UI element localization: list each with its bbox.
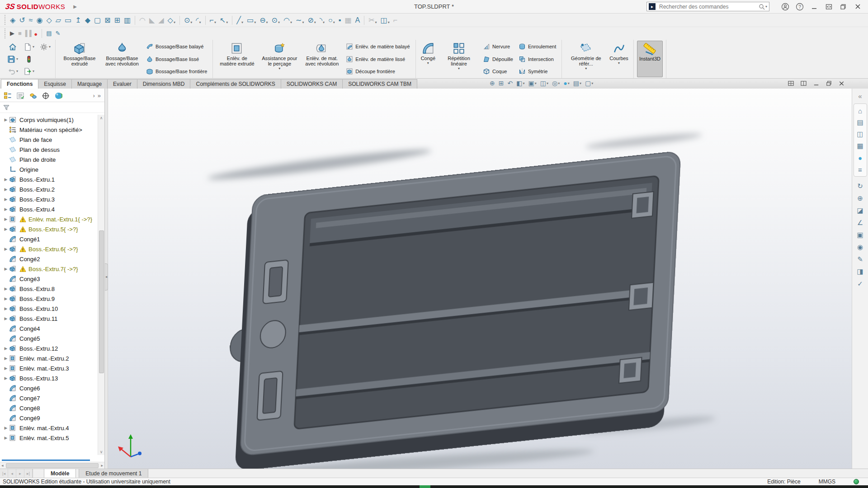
ribbon-button-enl-v-de-mati-re-liss[interactable]: Enlèv. de matière lissé bbox=[344, 55, 411, 63]
dropdown-caret-icon[interactable]: ▾ bbox=[618, 61, 620, 65]
ribbon-button-r-p-tition-lin-aire[interactable]: Répétition linéaire▾ bbox=[438, 41, 480, 77]
corner-rectangle-icon[interactable]: ⌐▾ bbox=[208, 15, 217, 25]
tab-solidworks-cam[interactable]: SOLIDWORKS CAM bbox=[281, 79, 343, 89]
tree-item[interactable]: Plan de face bbox=[0, 135, 104, 145]
edit-macro-icon[interactable]: ✎ bbox=[54, 28, 61, 38]
filter-funnel-icon[interactable] bbox=[3, 104, 10, 111]
toolbar-grip[interactable] bbox=[4, 28, 6, 38]
tab-marquage[interactable]: Marquage bbox=[71, 79, 108, 89]
dropdown-caret-icon[interactable]: ▾ bbox=[290, 20, 292, 24]
run-macro-icon[interactable]: ▶ bbox=[9, 28, 16, 38]
ribbon-button-assistance-pour-le-per-age[interactable]: Assistance pour le perçage▾ bbox=[259, 41, 300, 77]
panel-tab-configurationmanager[interactable] bbox=[29, 92, 37, 100]
rib-icon[interactable]: ▥ bbox=[123, 15, 132, 25]
straight-slot-icon[interactable]: ⊖▾ bbox=[258, 15, 269, 25]
dropdown-caret-icon[interactable]: ▾ bbox=[333, 20, 335, 24]
dropdown-caret-icon[interactable]: ▾ bbox=[427, 61, 429, 65]
dropdown-caret-icon[interactable]: ▾ bbox=[375, 20, 377, 24]
panel-collapse-handle[interactable]: ◂ bbox=[104, 263, 108, 291]
tree-item[interactable]: Matériau <non spécifié> bbox=[0, 125, 104, 135]
tree-item[interactable]: Congé8 bbox=[0, 403, 104, 413]
ribbon-button-courbes[interactable]: Courbes▾ bbox=[608, 41, 630, 77]
save-button[interactable]: ▾ bbox=[5, 53, 21, 65]
span-displays-button[interactable] bbox=[822, 1, 835, 12]
collapse-taskpane-icon[interactable]: « bbox=[854, 90, 866, 101]
scrollbar-thumb[interactable] bbox=[99, 230, 104, 373]
planar-surface-icon[interactable]: ▭ bbox=[63, 15, 73, 25]
expand-arrow-icon[interactable]: ▶ bbox=[3, 117, 9, 122]
dropdown-caret-icon[interactable]: ▾ bbox=[226, 20, 228, 24]
tab-scroll-button-1[interactable]: |◂ bbox=[0, 469, 8, 478]
dropdown-caret-icon[interactable]: ▾ bbox=[591, 81, 593, 85]
surface-icon[interactable]: ▱ bbox=[54, 15, 62, 25]
tab-solidworks-cam-tbm[interactable]: SOLIDWORKS CAM TBM bbox=[342, 79, 417, 89]
dropdown-caret-icon[interactable]: ▾ bbox=[388, 20, 390, 24]
panel-tab-displaymanager[interactable] bbox=[54, 92, 62, 100]
stop-macro-icon[interactable]: ■ bbox=[17, 28, 23, 38]
tree-item[interactable]: Congé4 bbox=[0, 324, 104, 333]
reference-point-icon[interactable]: ⊙▾ bbox=[183, 15, 193, 25]
expand-arrow-icon[interactable]: ▶ bbox=[3, 197, 9, 202]
tree-item[interactable]: ▶Boss.-Extru.2 bbox=[0, 184, 104, 194]
tree-item[interactable]: ▶Boss.-Extru.1 bbox=[0, 174, 104, 184]
offset-entities-icon[interactable]: ⌐ bbox=[392, 15, 399, 25]
record-pause-macro-icon[interactable]: ▌▌● bbox=[24, 28, 39, 38]
tree-item[interactable]: Congé1 bbox=[0, 234, 104, 244]
custom-properties-icon[interactable]: ≡ bbox=[854, 164, 866, 175]
chevron-icon[interactable]: › bbox=[93, 92, 94, 99]
rotate-view-icon[interactable]: ↺ bbox=[18, 15, 26, 25]
doc-close-button[interactable] bbox=[836, 80, 846, 87]
scroll-left-icon[interactable]: ◂ bbox=[0, 463, 5, 468]
doc-restore-button[interactable] bbox=[824, 80, 834, 87]
tree-item[interactable]: ▶Boss.-Extru.8 bbox=[0, 284, 104, 294]
appearances-scenes-icon[interactable]: ● bbox=[854, 152, 866, 163]
toolbar-grip[interactable] bbox=[4, 15, 6, 25]
view-palette-icon[interactable]: ▦ bbox=[854, 141, 866, 151]
dropdown-caret-icon[interactable]: ▾ bbox=[190, 20, 192, 24]
scrollbar-thumb[interactable] bbox=[6, 463, 99, 468]
dropdown-caret-icon[interactable]: ▾ bbox=[535, 81, 537, 85]
model-tab-etude-de-mouvement-1[interactable]: Etude de mouvement 1 bbox=[79, 469, 148, 478]
text-sketch-icon[interactable]: A bbox=[354, 15, 362, 25]
dropdown-caret-icon[interactable]: ▾ bbox=[33, 69, 34, 73]
draft-icon[interactable]: ◢ bbox=[157, 15, 165, 25]
compare-icon[interactable]: ◨ bbox=[854, 266, 866, 277]
doc-split-quad-button[interactable] bbox=[786, 80, 796, 87]
dropdown-caret-icon[interactable]: ▾ bbox=[16, 57, 18, 61]
search-scope-caret-icon[interactable]: ▾ bbox=[765, 5, 767, 9]
measure-tool-icon[interactable]: ∠ bbox=[854, 217, 866, 228]
rebuild-button[interactable] bbox=[21, 53, 37, 65]
move-copy-body-icon[interactable]: ⊞ bbox=[113, 15, 121, 25]
dropdown-caret-icon[interactable]: ▾ bbox=[523, 81, 524, 85]
expand-arrow-icon[interactable]: ▶ bbox=[3, 376, 9, 380]
ellipse-icon[interactable]: ⊘▾ bbox=[306, 15, 317, 25]
tree-item[interactable]: Congé5 bbox=[0, 333, 104, 343]
tab-fonctions[interactable]: Fonctions bbox=[1, 79, 38, 89]
mesh-sketch-icon[interactable]: ▦ bbox=[343, 15, 353, 25]
ribbon-button-enl-v-de-mat-avec-r-volution[interactable]: Enlèv. de mat. avec révolution bbox=[301, 41, 343, 77]
expand-arrow-icon[interactable]: ▶ bbox=[3, 267, 9, 271]
tree-item[interactable]: ▶Boss.-Extru.4 bbox=[0, 204, 104, 214]
tab-scroll-button-4[interactable]: ▸| bbox=[24, 469, 33, 478]
tree-item[interactable]: Congé7 bbox=[0, 393, 104, 403]
design-library-icon[interactable]: ▤ bbox=[854, 117, 866, 128]
swept-boss-icon[interactable]: ◇ bbox=[45, 15, 53, 25]
tree-item[interactable]: Origine bbox=[0, 164, 104, 174]
tree-item[interactable]: ▶Boss.-Extru.13 bbox=[0, 373, 104, 383]
tab-scroll-button-3[interactable]: ▸ bbox=[16, 469, 24, 478]
ribbon-button-intersection[interactable]: Intersection bbox=[517, 55, 558, 63]
revolved-boss-icon[interactable]: ◉ bbox=[35, 15, 44, 25]
tree-item[interactable]: ▶Enlèv. mat.-Extru.3 bbox=[0, 363, 104, 373]
tree-item[interactable]: ▶Enlèv. mat.-Extru.4 bbox=[0, 423, 104, 433]
ribbon-button-bossage-base-fronti-re[interactable]: Bossage/Base frontière bbox=[144, 67, 209, 75]
expand-arrow-icon[interactable]: ▶ bbox=[3, 187, 9, 192]
panel-tab-dimxpertmanager[interactable] bbox=[42, 92, 50, 100]
new-macro-icon[interactable]: ▤ bbox=[45, 28, 53, 38]
rotate-view-icon[interactable]: ↻ bbox=[854, 181, 866, 192]
apply-scene-icon[interactable]: ▤▾ bbox=[572, 79, 583, 87]
tree-item[interactable]: Plan de dessus bbox=[0, 145, 104, 155]
dropdown-caret-icon[interactable]: ▾ bbox=[33, 45, 34, 49]
ribbon-button-nervure[interactable]: Nervure bbox=[481, 42, 515, 51]
pan-view-icon[interactable]: ⊕ bbox=[854, 193, 866, 204]
scroll-right-icon[interactable]: ▸ bbox=[99, 463, 104, 468]
